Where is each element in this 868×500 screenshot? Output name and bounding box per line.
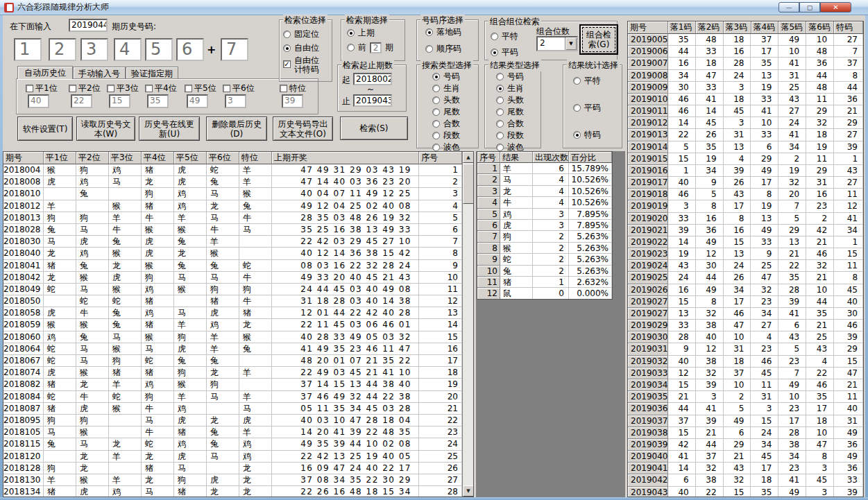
table-row[interactable]: 2018013狗狗羊牛羊马牛28 35 03 48 26 19 325 [3,212,473,224]
table-row[interactable]: 20190271581723394440 [628,296,863,308]
p6-value-input[interactable]: 3 [225,94,246,108]
table-row[interactable]: 201902033168135241 [628,213,863,225]
tab-auto-history[interactable]: 自动历史位 [17,66,73,79]
table-row[interactable]: 20190121445310243229 [628,117,863,129]
table-row[interactable]: 2018115兔马龙蛇鸡兔鸡49 35 39 44 10 02 0824 [3,438,473,450]
settings-button[interactable]: 软件设置(T) [17,117,73,141]
table-row[interactable]: 2018058虎牛兔鸡马虎猪12 01 44 22 42 40 2813 [3,307,473,319]
table-row[interactable]: 20190252444264735218 [628,272,863,284]
p2-value-input[interactable]: 22 [71,94,92,108]
table-row[interactable]: 201901515194292111 [628,153,863,165]
table-row[interactable]: 2019031912312354329 [628,343,863,355]
title-bar[interactable]: 六合彩跟随规律分析大师 — ▢ ✕ [0,0,868,15]
table-row[interactable]: 2018082猪龙羊鸡猴狗37 14 15 13 44 38 4019 [3,379,473,390]
p1-value-input[interactable]: 40 [28,94,49,108]
radio-option[interactable]: 号码 [432,71,460,83]
table-row[interactable]: 5鸡37.895% [477,209,612,220]
check-p2[interactable]: 平2位 [69,83,101,94]
radio-option[interactable]: 号码 [496,71,524,83]
radio-option[interactable]: 平特 [491,31,518,42]
table-row[interactable]: 2018041猪兔龙猴兔兔蛇08 03 16 22 32 28 249 [3,260,473,272]
radio-option[interactable]: 合数 [496,118,524,130]
table-row[interactable]: 20190161343949192943 [628,165,863,177]
p5-value-input[interactable]: 49 [187,94,208,108]
search-button[interactable]: 检索(S) [340,117,408,140]
table-row[interactable]: 201903942442934384736 [628,439,863,451]
radio-option[interactable]: 生肖 [496,83,524,94]
table-row[interactable]: 2018049蛇马猴鸡猴狗狗24 44 45 03 40 49 0811 [3,284,473,295]
scroll-up-icon[interactable]: ▲ [463,152,474,163]
table-row[interactable]: 201902443302425223211 [628,260,863,272]
check-free-special[interactable]: ✓ 自由位计特码 [283,56,319,74]
p4-value-input[interactable]: 35 [147,94,169,108]
table-row[interactable]: 2马410.526% [477,174,612,185]
table-row[interactable]: 2018050蛇蛇猪猪牛31 18 28 03 40 14 3812 [3,295,473,307]
table-row[interactable]: 8猴25.263% [477,243,612,254]
history-table-scrollbar[interactable]: ▲ ▼ [462,152,474,497]
table-row[interactable]: 20190404137214534849 [628,451,863,463]
radio-option[interactable]: 平码 [491,46,518,58]
table-row[interactable]: 201900535481837491027 [628,34,863,46]
radio-option[interactable]: 平码 [573,102,601,114]
table-row[interactable]: 2018004猴狗鸡猪虎蛇羊47 49 31 29 03 43 191 [3,164,473,176]
minimize-button[interactable]: — [778,2,799,12]
table-row[interactable]: 2018134猪虎鸡马猪龙龙22 26 16 48 18 15 3428 [3,486,473,497]
table-row[interactable]: 2018012羊猴猪鸡龙兔49 12 04 25 02 40 084 [3,200,473,212]
read-history-button[interactable]: 读取历史号文本(W) [76,117,135,141]
table-row[interactable]: 2019014535136341939 [628,141,863,153]
check-special[interactable]: 特位 [280,83,306,94]
special-value-input[interactable]: 39 [282,94,303,108]
table-row[interactable]: 201901322263133411827 [628,129,863,141]
table-row[interactable]: 20190083447241331448 [628,70,863,82]
p3-value-input[interactable]: 15 [109,94,130,108]
table-row[interactable]: 2018059猴猴兔猪羊鸡龙22 11 45 03 06 46 0114 [3,319,473,331]
table-row[interactable]: 2018130羊猴羊龙狗虎龙37 08 34 35 22 30 2927 [3,474,473,486]
radio-option[interactable]: 尾数 [496,106,524,118]
maximize-button[interactable]: ▢ [799,2,820,12]
check-p1[interactable]: 平1位 [26,83,58,94]
table-row[interactable]: 6虎37.895% [477,220,612,231]
delete-last-button[interactable]: 删除最后历史(D) [206,117,267,141]
range-to-input[interactable]: 2019043 [353,94,392,107]
table-row[interactable]: 10兔25.263% [477,266,612,277]
scroll-down-icon[interactable]: ▼ [463,485,474,497]
table-row[interactable]: 20190221449153313211 [628,236,863,248]
radio-option[interactable]: 落地码 [425,26,461,38]
table-row[interactable]: 201901046411833431136 [628,94,863,105]
table-row[interactable]: 2018067蛇马狗蛇兔兔48 20 01 07 21 35 2217 [3,355,473,367]
table-row[interactable]: 20190064433161710487 [628,46,863,58]
table-row[interactable]: 2019035213231103511 [628,391,863,403]
table-row[interactable]: 2018064蛇马猴马虎羊兔41 49 35 23 46 11 4716 [3,343,473,355]
radio-option[interactable]: 生肖 [432,83,460,94]
table-row[interactable]: 2018095狗狗马虎龙虎40 03 10 47 28 18 0422 [3,415,473,426]
table-row[interactable]: 201902139361649294234 [628,225,863,236]
period-count-input[interactable]: 2 [370,42,382,53]
check-p5[interactable]: 平5位 [185,83,216,94]
table-row[interactable]: 2018074虎猴猪猪狗龙羊22 49 03 45 21 41 1018 [3,367,473,379]
table-row[interactable]: 2018042龙猴虎狗马马牛49 33 20 40 45 21 4310 [3,272,473,284]
table-row[interactable]: 201901146144541272921 [628,105,863,117]
close-button[interactable]: ✕ [820,2,851,12]
table-row[interactable]: 2018120龙羊龙虎马鸡22 42 13 25 19 40 0525 [3,451,473,463]
export-button[interactable]: 历史号码导出文本文件(O) [273,117,333,141]
table-row[interactable]: 2018028兔马牛猴猴牛马35 25 16 38 13 49 336 [3,224,473,236]
table-row[interactable]: 2018128狗龙猪马龙16 09 47 24 40 22 1726 [3,463,473,474]
radio-option[interactable]: 合数 [432,118,460,130]
table-row[interactable]: 12鼠00.000% [477,288,612,299]
check-p3[interactable]: 平3位 [107,83,139,94]
table-row[interactable]: 201903737394915171831 [628,415,863,427]
radio-option[interactable]: 平特 [573,75,601,87]
table-row[interactable]: 201903415391011494621 [628,379,863,391]
radio-option[interactable]: 顺序码 [425,43,461,55]
radio-option[interactable]: 特码 [573,129,601,141]
table-row[interactable]: 20190093033319254844 [628,82,863,94]
radio-option[interactable]: 段数 [432,130,460,141]
table-row[interactable]: 201900716182835413637 [628,58,863,69]
table-row[interactable]: 20190426383218414533 [628,474,863,486]
scrollbar-thumb[interactable] [463,164,474,204]
table-row[interactable]: 2018087猪虎猴牛鸡马05 11 35 34 45 03 2821 [3,403,473,415]
table-row[interactable]: 201902713324634413530 [628,308,863,320]
table-row[interactable]: 2018040龙鸡猴虎龙猴40 12 14 36 38 15 428 [3,248,473,259]
table-row[interactable]: 11猪12.632% [477,277,612,288]
table-row[interactable]: 2019018465438201611 [628,189,863,200]
